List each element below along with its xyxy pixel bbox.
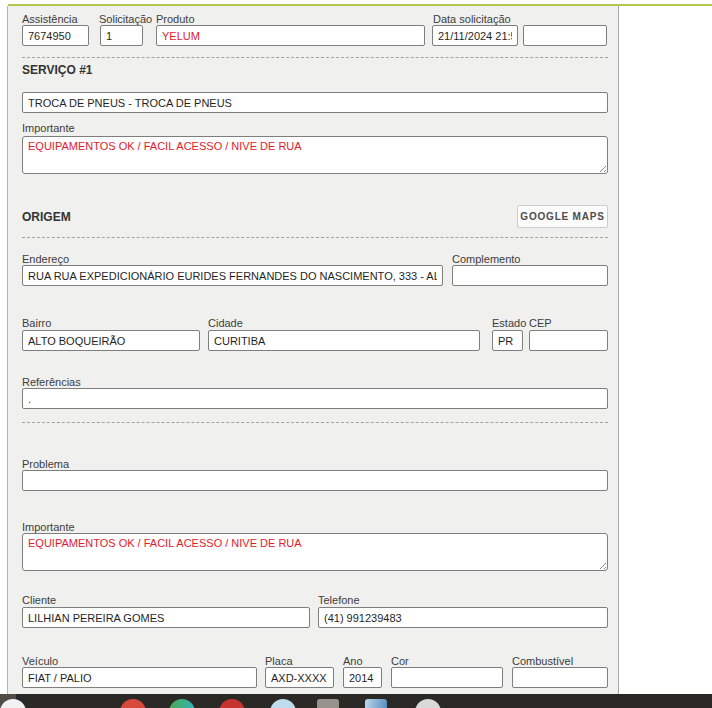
assistencia-input[interactable] <box>22 25 89 46</box>
service-form-panel: Assistência Solicitação Produto Data sol… <box>7 6 619 694</box>
importante-label: Importante <box>22 521 75 533</box>
cep-label: CEP <box>529 317 552 329</box>
cliente-label: Cliente <box>22 594 56 606</box>
light-blue-app-icon[interactable] <box>270 699 296 708</box>
produto-input[interactable] <box>156 25 425 46</box>
cep-input[interactable] <box>529 330 608 351</box>
problema-input[interactable] <box>22 470 608 491</box>
cidade-input[interactable] <box>208 330 480 351</box>
cor-input[interactable] <box>391 667 503 688</box>
referencias-label: Referências <box>22 376 81 388</box>
cliente-input[interactable] <box>22 607 310 628</box>
complemento-input[interactable] <box>452 265 608 286</box>
telefone-label: Telefone <box>318 594 360 606</box>
servico-descricao-input[interactable] <box>22 92 608 113</box>
importante-textarea[interactable]: EQUIPAMENTOS OK / FACIL ACESSO / NIVE DE… <box>22 533 608 571</box>
ano-input[interactable] <box>343 667 382 688</box>
referencias-input[interactable] <box>22 388 608 409</box>
bairro-label: Bairro <box>22 317 51 329</box>
folder-app-icon[interactable] <box>317 699 339 708</box>
telefone-input[interactable] <box>318 607 608 628</box>
dashed-divider <box>22 57 608 58</box>
veiculo-input[interactable] <box>22 667 257 688</box>
monitor-app-icon[interactable] <box>365 699 387 708</box>
dashed-divider <box>22 237 608 238</box>
bairro-input[interactable] <box>22 330 200 351</box>
complemento-label: Complemento <box>452 253 520 265</box>
google-maps-button[interactable]: GOOGLE MAPS <box>517 205 608 228</box>
cidade-label: Cidade <box>208 317 243 329</box>
estado-input[interactable] <box>492 330 523 351</box>
assistencia-label: Assistência <box>22 13 78 25</box>
estado-label: Estado <box>492 317 526 329</box>
data-solicitacao-label: Data solicitação <box>433 13 511 25</box>
problema-label: Problema <box>22 458 69 470</box>
servico-heading: SERVIÇO #1 <box>22 63 92 77</box>
gray-app-icon[interactable] <box>415 699 441 708</box>
placa-label: Placa <box>265 655 293 667</box>
combustivel-input[interactable] <box>512 667 608 688</box>
importante-servico-textarea[interactable]: EQUIPAMENTOS OK / FACIL ACESSO / NIVE DE… <box>22 136 608 174</box>
taskbar <box>0 694 712 708</box>
placa-input[interactable] <box>265 667 334 688</box>
solicitacao-input[interactable] <box>100 25 143 46</box>
produto-label: Produto <box>156 13 195 25</box>
cor-label: Cor <box>391 655 409 667</box>
endereco-input[interactable] <box>22 265 443 286</box>
teal-green-app-icon[interactable] <box>169 699 195 708</box>
origem-heading: ORIGEM <box>22 210 71 224</box>
veiculo-label: Veículo <box>22 655 58 667</box>
endereco-label: Endereço <box>22 253 69 265</box>
hora-solicitacao-input[interactable] <box>523 25 607 46</box>
data-solicitacao-input[interactable] <box>432 25 518 46</box>
combustivel-label: Combustível <box>512 655 573 667</box>
solicitacao-label: Solicitação <box>99 13 152 25</box>
red-circle-app-icon[interactable] <box>219 699 245 708</box>
importante-servico-label: Importante <box>22 122 75 134</box>
red-app-icon[interactable] <box>120 699 146 708</box>
ano-label: Ano <box>343 655 363 667</box>
dashed-divider <box>22 422 608 423</box>
